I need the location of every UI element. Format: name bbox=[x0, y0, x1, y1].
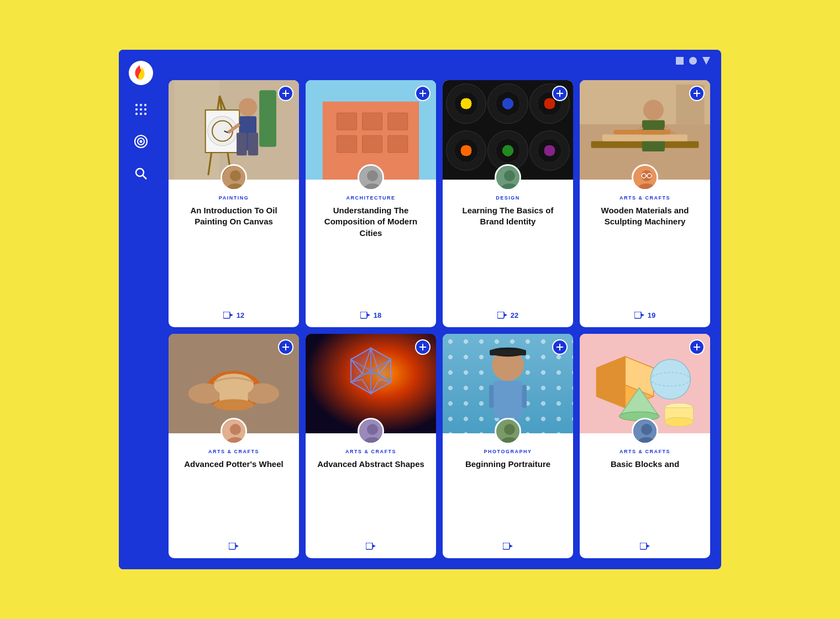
svg-rect-109 bbox=[522, 385, 527, 408]
svg-rect-36 bbox=[223, 312, 230, 318]
card-title-2: Understanding The Composition of Modern … bbox=[314, 205, 427, 239]
svg-marker-114 bbox=[510, 544, 513, 548]
svg-line-17 bbox=[143, 176, 147, 180]
video-icon-3 bbox=[497, 312, 507, 319]
svg-marker-103 bbox=[372, 544, 376, 548]
triangle-down-icon bbox=[702, 57, 710, 65]
video-icon-2 bbox=[360, 312, 370, 319]
svg-point-4 bbox=[135, 104, 138, 106]
svg-rect-108 bbox=[489, 385, 494, 408]
svg-rect-102 bbox=[366, 543, 372, 549]
circle-icon bbox=[689, 57, 697, 65]
svg-marker-37 bbox=[230, 313, 233, 317]
svg-point-6 bbox=[144, 104, 146, 106]
avatar-1 bbox=[221, 164, 247, 191]
avatar-7 bbox=[495, 418, 521, 444]
svg-rect-73 bbox=[634, 312, 641, 318]
svg-rect-19 bbox=[259, 90, 276, 147]
svg-rect-129 bbox=[640, 543, 647, 549]
target-icon[interactable] bbox=[133, 134, 149, 149]
svg-point-111 bbox=[504, 424, 515, 435]
svg-point-53 bbox=[504, 170, 515, 181]
svg-rect-42 bbox=[363, 113, 382, 130]
svg-point-5 bbox=[140, 104, 142, 106]
svg-rect-85 bbox=[229, 543, 235, 549]
course-card-4: ARTS & CRAFTS Wooden Materials and Sculp… bbox=[580, 80, 710, 327]
course-card-5: ARTS & CRAFTS Advanced Potter's Wheel bbox=[169, 334, 299, 558]
svg-point-8 bbox=[140, 108, 142, 111]
svg-rect-55 bbox=[497, 312, 504, 318]
square-icon bbox=[676, 57, 684, 65]
add-button-2[interactable] bbox=[415, 86, 431, 101]
video-icon-1 bbox=[223, 312, 233, 319]
svg-rect-46 bbox=[388, 135, 408, 153]
svg-point-60 bbox=[643, 100, 664, 120]
video-icon-7 bbox=[503, 543, 513, 550]
card-category-2: ARCHITECTURE bbox=[347, 195, 396, 201]
card-lessons-4: 19 bbox=[634, 311, 655, 319]
course-card-1: PAINTING An Introduction To Oil Painting… bbox=[169, 80, 299, 327]
card-title-5: Advanced Potter's Wheel bbox=[184, 459, 283, 470]
course-card-6: ARTS & CRAFTS Advanced Abstract Shapes bbox=[306, 334, 436, 558]
card-lessons-3: 22 bbox=[497, 311, 518, 319]
svg-rect-107 bbox=[494, 381, 522, 418]
grid-icon[interactable] bbox=[133, 102, 149, 117]
card-category-8: ARTS & CRAFTS bbox=[620, 449, 670, 454]
title-bar bbox=[676, 50, 721, 72]
card-title-8: Basic Blocks and bbox=[611, 459, 679, 470]
svg-point-27 bbox=[239, 98, 257, 117]
video-icon-8 bbox=[640, 543, 650, 550]
svg-rect-41 bbox=[337, 113, 356, 130]
course-card-7: PHOTOGRAPHY Beginning Portraiture bbox=[443, 334, 573, 558]
svg-point-119 bbox=[650, 360, 690, 400]
add-button-1[interactable] bbox=[278, 86, 293, 101]
svg-point-100 bbox=[367, 424, 378, 435]
svg-point-15 bbox=[140, 140, 143, 143]
add-button-3[interactable] bbox=[552, 86, 568, 101]
card-lessons-5 bbox=[229, 543, 239, 550]
card-category-1: PAINTING bbox=[219, 195, 249, 201]
svg-point-81 bbox=[214, 400, 254, 411]
svg-marker-74 bbox=[641, 313, 644, 317]
svg-point-12 bbox=[144, 113, 146, 115]
avatar-3 bbox=[495, 164, 521, 191]
course-card-8: ARTS & CRAFTS Basic Blocks and bbox=[580, 334, 710, 558]
svg-point-1 bbox=[689, 57, 697, 65]
svg-rect-44 bbox=[337, 135, 356, 153]
card-title-4: Wooden Materials and Sculpting Machinery bbox=[589, 205, 701, 228]
svg-marker-86 bbox=[235, 544, 239, 548]
svg-rect-30 bbox=[248, 133, 258, 155]
app-window: PAINTING An Introduction To Oil Painting… bbox=[119, 50, 721, 569]
svg-marker-2 bbox=[702, 57, 710, 65]
video-icon-5 bbox=[229, 543, 239, 550]
card-lessons-7 bbox=[503, 543, 513, 550]
avatar-5 bbox=[221, 418, 247, 444]
search-icon[interactable] bbox=[133, 166, 149, 181]
svg-point-34 bbox=[230, 170, 241, 181]
card-title-3: Learning The Basics of Brand Identity bbox=[452, 205, 564, 228]
svg-rect-65 bbox=[614, 130, 671, 134]
svg-rect-45 bbox=[363, 135, 382, 153]
card-lessons-6 bbox=[366, 543, 376, 550]
svg-rect-0 bbox=[676, 57, 684, 65]
svg-point-48 bbox=[367, 170, 378, 181]
svg-point-83 bbox=[230, 424, 241, 435]
svg-rect-29 bbox=[237, 133, 246, 155]
card-category-3: DESIGN bbox=[496, 195, 520, 201]
content-area: PAINTING An Introduction To Oil Painting… bbox=[163, 50, 721, 569]
card-lessons-1: 12 bbox=[223, 311, 244, 319]
svg-rect-106 bbox=[490, 350, 526, 355]
card-category-4: ARTS & CRAFTS bbox=[620, 195, 670, 201]
add-button-4[interactable] bbox=[689, 86, 705, 101]
avatar-8 bbox=[632, 418, 658, 444]
avatar-2 bbox=[358, 164, 384, 191]
card-category-5: ARTS & CRAFTS bbox=[208, 449, 259, 454]
card-category-6: ARTS & CRAFTS bbox=[345, 449, 396, 454]
svg-point-127 bbox=[641, 424, 652, 435]
card-lessons-8 bbox=[640, 543, 650, 550]
card-title-7: Beginning Portraiture bbox=[465, 459, 550, 470]
video-icon-6 bbox=[366, 543, 376, 550]
svg-point-9 bbox=[144, 108, 146, 111]
logo[interactable] bbox=[129, 61, 153, 85]
svg-point-10 bbox=[135, 113, 138, 115]
